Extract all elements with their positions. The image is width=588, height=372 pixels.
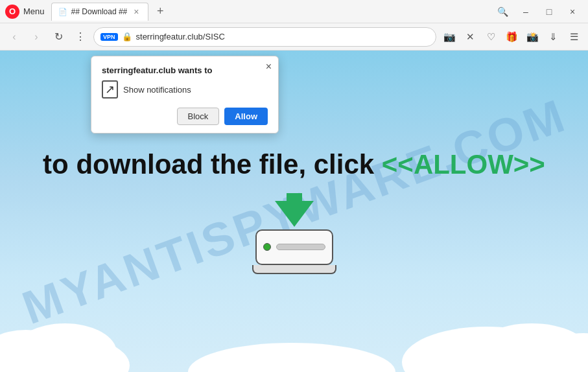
popup-close-button[interactable]: × xyxy=(266,62,272,72)
popup-actions: Block Allow xyxy=(102,108,268,125)
notification-popup: × sterringfeatur.club wants to ↗ Show no… xyxy=(91,56,279,134)
lock-icon: 🔒 xyxy=(122,32,132,41)
heart-icon[interactable]: ♡ xyxy=(482,28,500,46)
svg-point-4 xyxy=(473,323,588,372)
grid-view-button[interactable]: ⋮ xyxy=(71,28,89,46)
nav-icons-right: 📷 ✕ ♡ 🎁 📸 ⇓ ☰ xyxy=(440,28,583,46)
search-button[interactable]: 🔍 xyxy=(492,3,513,21)
minimize-button[interactable]: – xyxy=(515,3,536,21)
svg-point-2 xyxy=(13,323,117,372)
maximize-button[interactable]: □ xyxy=(539,3,559,21)
active-tab[interactable]: 📄 ## Download ## × xyxy=(51,3,149,21)
hamburger-menu-icon[interactable]: ☰ xyxy=(565,28,583,46)
browser-frame: O Menu 📄 ## Download ## × + 🔍 – □ × ‹ › … xyxy=(0,0,588,372)
clouds-bottom xyxy=(0,307,588,372)
bookmark-x-icon[interactable]: ✕ xyxy=(461,28,479,46)
svg-point-0 xyxy=(0,333,130,372)
address-bar[interactable]: VPN 🔒 sterringfeatur.club/SISC xyxy=(93,27,436,47)
wallet-icon[interactable]: 🎁 xyxy=(502,28,521,46)
window-controls: 🔍 – □ × xyxy=(492,3,583,21)
svg-point-1 xyxy=(0,330,71,372)
snap-icon[interactable]: 📸 xyxy=(523,28,541,46)
back-button[interactable]: ‹ xyxy=(5,28,23,46)
reload-button[interactable]: ↻ xyxy=(49,28,67,46)
block-button[interactable]: Block xyxy=(177,108,220,125)
allow-button[interactable]: Allow xyxy=(224,108,268,125)
menu-label[interactable]: Menu xyxy=(23,6,45,16)
main-text: to download the file, click <<ALLOW>> xyxy=(43,148,545,181)
svg-point-6 xyxy=(188,343,395,372)
hdd-base xyxy=(252,265,336,274)
title-bar: O Menu 📄 ## Download ## × + 🔍 – □ × xyxy=(0,0,588,23)
camera-icon[interactable]: 📷 xyxy=(440,28,458,46)
close-button[interactable]: × xyxy=(562,3,583,21)
tab-title: ## Download ## xyxy=(71,7,128,16)
address-text: sterringfeatur.club/SISC xyxy=(136,32,429,41)
hdd-light xyxy=(263,243,271,251)
new-tab-button[interactable]: + xyxy=(151,3,169,21)
tab-close-button[interactable]: × xyxy=(131,6,141,17)
permission-text: Show notifications xyxy=(123,85,191,95)
tab-favicon: 📄 xyxy=(58,8,67,16)
svg-point-5 xyxy=(532,333,588,372)
hdd-slot xyxy=(276,244,325,250)
notification-permission-icon: ↗ xyxy=(102,80,118,99)
hdd-body xyxy=(255,229,333,265)
opera-logo[interactable]: O xyxy=(5,5,19,19)
tab-bar: 📄 ## Download ## × + xyxy=(51,3,492,21)
popup-permission: ↗ Show notifications xyxy=(102,80,268,99)
download-icon[interactable]: ⇓ xyxy=(544,28,562,46)
main-text-highlight: <<ALLOW>> xyxy=(382,149,545,180)
webpage: MYANTISPYWARE.COM to download the file, … xyxy=(0,51,588,372)
forward-button[interactable]: › xyxy=(27,28,45,46)
main-text-part1: to download the file, click xyxy=(43,149,382,180)
vpn-badge: VPN xyxy=(100,33,118,41)
arrow-down-icon xyxy=(275,201,314,227)
nav-bar: ‹ › ↻ ⋮ VPN 🔒 sterringfeatur.club/SISC 📷… xyxy=(0,23,588,51)
svg-point-3 xyxy=(402,327,570,372)
popup-title: sterringfeatur.club wants to xyxy=(102,65,268,75)
download-visual xyxy=(252,201,336,274)
